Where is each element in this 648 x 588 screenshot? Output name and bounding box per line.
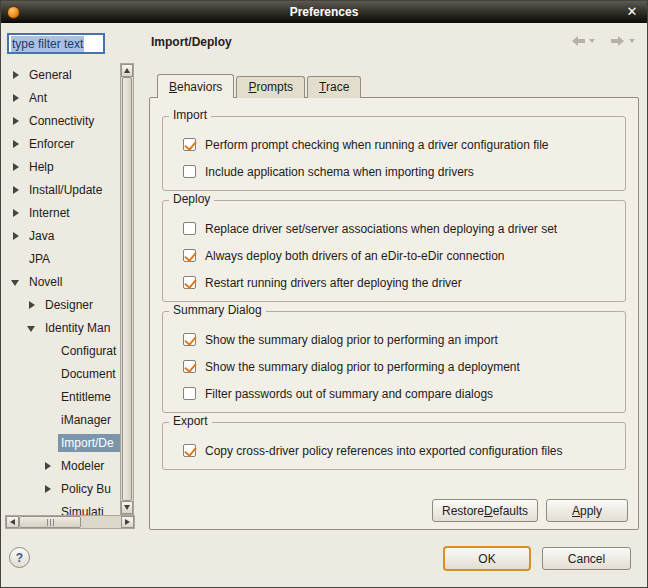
restore-defaults-button[interactable]: Restore Defaults — [432, 499, 538, 522]
expander-icon[interactable] — [11, 92, 21, 104]
expander-spacer — [43, 391, 53, 403]
expander-icon[interactable] — [11, 276, 21, 288]
tree-item-configuration[interactable]: Configurat — [5, 339, 120, 362]
scroll-left-button[interactable] — [6, 516, 19, 528]
scroll-up-button[interactable] — [121, 64, 133, 77]
checkbox-label: Show the summary dialog prior to perform… — [205, 333, 498, 347]
group-title: Deploy — [169, 192, 214, 206]
checkbox-row: Restart running drivers after deploying … — [171, 269, 617, 296]
tree-item-label: JPA — [26, 250, 53, 268]
titlebar: Preferences ✕ — [1, 1, 647, 23]
tree-item-internet[interactable]: Internet — [5, 201, 120, 224]
scroll-right-button[interactable] — [121, 516, 134, 528]
scroll-down-button[interactable] — [121, 501, 133, 514]
group-deploy: Deploy Replace driver set/server associa… — [162, 200, 626, 302]
dialog-body: type filter text General Ant Connectivit… — [1, 23, 647, 587]
tree-item-policy-builder[interactable]: Policy Bu — [5, 477, 120, 500]
arrow-right-icon — [125, 519, 130, 525]
tree-item-identity-manager[interactable]: Identity Man — [5, 316, 120, 339]
checkbox[interactable] — [183, 333, 196, 346]
back-button[interactable] — [569, 35, 595, 47]
tree-vertical-scrollbar[interactable] — [120, 63, 134, 515]
expander-icon[interactable] — [27, 322, 37, 334]
expander-icon[interactable] — [11, 184, 21, 196]
tree-item-enforcer[interactable]: Enforcer — [5, 132, 120, 155]
checkbox-row: Replace driver set/server associations w… — [171, 215, 617, 242]
checkbox-row: Include application schema when importin… — [171, 158, 617, 185]
checkbox-row: Always deploy both drivers of an eDir-to… — [171, 242, 617, 269]
forward-button[interactable] — [609, 35, 635, 47]
tree-item-jpa[interactable]: JPA — [5, 247, 120, 270]
tree-item-label: Simulati — [58, 503, 107, 516]
close-icon[interactable]: ✕ — [624, 4, 640, 20]
tree-horizontal-scrollbar[interactable] — [5, 515, 135, 529]
ok-button[interactable]: OK — [443, 546, 531, 571]
tree-item-modeler[interactable]: Modeler — [5, 454, 120, 477]
thumb-grip-icon — [50, 519, 51, 526]
checkbox[interactable] — [183, 165, 196, 178]
tree-item-label: Novell — [26, 273, 65, 291]
tree-item-designer[interactable]: Designer — [5, 293, 120, 316]
tree-item-label: Document — [58, 365, 119, 383]
checkbox[interactable] — [183, 387, 196, 400]
tree-item-java[interactable]: Java — [5, 224, 120, 247]
help-button[interactable]: ? — [9, 547, 30, 568]
tree-item-help[interactable]: Help — [5, 155, 120, 178]
expander-icon[interactable] — [11, 230, 21, 242]
tree-item-import-deploy[interactable]: Import/De — [5, 431, 120, 454]
expander-icon[interactable] — [11, 161, 21, 173]
checkbox[interactable] — [183, 249, 196, 262]
history-navigation — [569, 35, 635, 47]
tree-item-document[interactable]: Document — [5, 362, 120, 385]
horizontal-scroll-thumb[interactable] — [19, 516, 81, 528]
filter-input[interactable]: type filter text — [7, 33, 105, 54]
expander-icon[interactable] — [43, 483, 53, 495]
checkbox[interactable] — [183, 222, 196, 235]
checkbox[interactable] — [183, 276, 196, 289]
tab-prompts[interactable]: Prompts — [236, 76, 305, 98]
checkbox[interactable] — [183, 360, 196, 373]
arrow-left-icon — [10, 519, 15, 525]
tab-behaviors[interactable]: Behaviors — [157, 74, 234, 98]
tree-item-connectivity[interactable]: Connectivity — [5, 109, 120, 132]
back-dropdown-icon[interactable] — [589, 39, 595, 43]
forward-dropdown-icon[interactable] — [629, 39, 635, 43]
group-summary-dialog: Summary Dialog Show the summary dialog p… — [162, 311, 626, 413]
tree-item-label: Install/Update — [26, 181, 105, 199]
tab-content-behaviors: Import Perform prompt checking when runn… — [149, 97, 639, 530]
checkbox[interactable] — [183, 138, 196, 151]
tree-item-entitlements[interactable]: Entitleme — [5, 385, 120, 408]
group-title: Summary Dialog — [169, 303, 266, 317]
vertical-scroll-thumb[interactable] — [122, 77, 132, 501]
tree-item-install-update[interactable]: Install/Update — [5, 178, 120, 201]
checkbox-label: Filter passwords out of summary and comp… — [205, 387, 493, 401]
preferences-dialog: Preferences ✕ type filter text General A… — [0, 0, 648, 588]
tab-label: Prompts — [248, 80, 293, 94]
tree-item-imanager[interactable]: iManager — [5, 408, 120, 431]
checkbox-label: Always deploy both drivers of an eDir-to… — [205, 249, 504, 263]
expander-spacer — [11, 253, 21, 265]
tree-item-novell[interactable]: Novell — [5, 270, 120, 293]
checkbox-row: Filter passwords out of summary and comp… — [171, 380, 617, 407]
filter-text: type filter text — [11, 36, 84, 52]
checkbox[interactable] — [183, 444, 196, 457]
checkbox-label: Replace driver set/server associations w… — [205, 222, 557, 236]
tree-item-ant[interactable]: Ant — [5, 86, 120, 109]
cancel-button[interactable]: Cancel — [542, 547, 631, 570]
expander-icon[interactable] — [27, 299, 37, 311]
tree-item-general[interactable]: General — [5, 63, 120, 86]
apply-button[interactable]: Apply — [546, 499, 628, 522]
expander-spacer — [43, 368, 53, 380]
tree-item-simulation[interactable]: Simulati — [5, 500, 120, 515]
expander-icon[interactable] — [43, 460, 53, 472]
expander-icon[interactable] — [11, 115, 21, 127]
checkbox-label: Perform prompt checking when running a d… — [205, 138, 549, 152]
checkbox-row: Show the summary dialog prior to perform… — [171, 326, 617, 353]
forward-arrow-icon — [609, 35, 627, 47]
expander-icon[interactable] — [11, 207, 21, 219]
page-title: Import/Deploy — [151, 35, 232, 49]
tree-item-label: Modeler — [58, 457, 107, 475]
expander-icon[interactable] — [11, 69, 21, 81]
expander-icon[interactable] — [11, 138, 21, 150]
tab-trace[interactable]: Trace — [307, 76, 361, 98]
